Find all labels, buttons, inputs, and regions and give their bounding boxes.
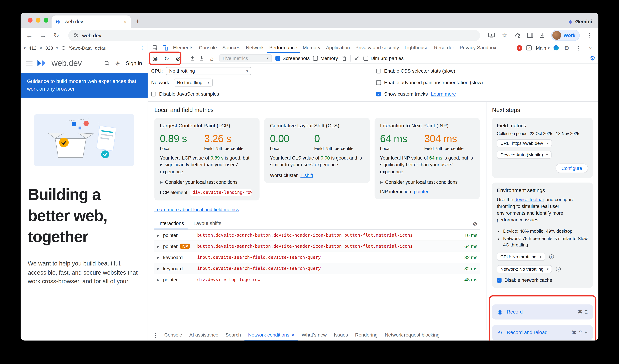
lcp-test-conditions-expander[interactable]: ▶ Consider your local test conditions bbox=[160, 179, 254, 185]
context-select[interactable]: Main▾ bbox=[536, 45, 549, 51]
memory-checkbox-row[interactable]: Memory bbox=[313, 56, 338, 61]
emulation-menu-icon[interactable]: ⋮ bbox=[140, 45, 144, 51]
tab-privacy-sandbox[interactable]: Privacy Sandbox bbox=[457, 43, 499, 53]
tab-memory[interactable]: Memory bbox=[300, 43, 323, 53]
interaction-row[interactable]: ▶ pointer div.devsite-top-logo-row 48 ms bbox=[154, 274, 480, 285]
devtools-settings-gear-icon[interactable]: ⚙ bbox=[563, 45, 571, 51]
tab-close-icon[interactable]: × bbox=[124, 19, 127, 24]
interaction-row[interactable]: ▶ pointer INP button.devsite-search-butt… bbox=[154, 241, 480, 252]
record-icon[interactable]: ◉ bbox=[151, 55, 159, 61]
drawer-tab-issues[interactable]: Issues bbox=[330, 330, 352, 340]
profile-chip[interactable]: Work bbox=[551, 30, 580, 41]
zoom-select-icon[interactable]: ▾ bbox=[56, 46, 58, 50]
drawer-tab-close-icon[interactable]: × bbox=[292, 332, 295, 338]
screenshots-checkbox[interactable] bbox=[275, 56, 280, 61]
devtools-close-icon[interactable]: × bbox=[587, 45, 594, 51]
tab-network[interactable]: Network bbox=[243, 43, 267, 53]
bookmark-star-icon[interactable]: ☆ bbox=[501, 32, 509, 39]
forward-icon[interactable]: → bbox=[39, 32, 47, 39]
css-selector-stats-checkbox[interactable] bbox=[376, 69, 381, 73]
drawer-tab-console[interactable]: Console bbox=[161, 330, 186, 340]
inp-interaction-link[interactable]: pointer bbox=[414, 189, 428, 195]
learn-more-metrics-link[interactable]: Learn more about local and field metrics bbox=[154, 207, 239, 212]
screenshots-checkbox-row[interactable]: Screenshots bbox=[275, 56, 310, 61]
side-panel-icon[interactable] bbox=[527, 32, 534, 38]
drawer-menu-icon[interactable]: ⋮ bbox=[150, 330, 161, 340]
cpu-info-icon[interactable]: i bbox=[549, 255, 554, 259]
drawer-tab-network-conditions[interactable]: Network conditions× bbox=[244, 330, 298, 340]
live-metrics-home-icon[interactable]: ⌂ bbox=[208, 55, 216, 61]
browser-tab[interactable]: web.dev × bbox=[52, 15, 131, 28]
new-tab-button[interactable]: + bbox=[136, 17, 140, 25]
cls-worst-cluster-link[interactable]: 1 shift bbox=[300, 172, 313, 178]
row-expander-icon[interactable]: ▶ bbox=[157, 244, 163, 248]
device-toolbar-link[interactable]: device toolbar bbox=[514, 197, 544, 202]
webdev-logo-icon[interactable] bbox=[36, 59, 47, 67]
tab-sources[interactable]: Sources bbox=[220, 43, 243, 53]
search-icon[interactable] bbox=[104, 60, 110, 66]
tab-layout-shifts[interactable]: Layout shifts bbox=[190, 218, 225, 229]
advanced-paint-checkbox[interactable] bbox=[376, 80, 381, 85]
rotate-icon[interactable] bbox=[61, 45, 66, 50]
tab-privacy-security[interactable]: Privacy and security bbox=[352, 43, 402, 53]
drawer-tab-network-request-blocking[interactable]: Network request blocking bbox=[381, 330, 443, 340]
zoom-window-button[interactable] bbox=[44, 18, 49, 23]
tab-console[interactable]: Console bbox=[196, 43, 220, 53]
inp-test-conditions-expander[interactable]: ▶ Consider your local test conditions bbox=[380, 179, 474, 185]
env-network-select[interactable]: Network: No throttling▾ bbox=[497, 265, 552, 273]
clear-log-icon[interactable]: ⊘ bbox=[470, 221, 480, 227]
cpu-throttling-select[interactable]: No throttling▾ bbox=[166, 67, 252, 75]
minimize-window-button[interactable] bbox=[36, 18, 41, 23]
drawer-tab-whats-new[interactable]: What's new bbox=[298, 330, 330, 340]
record-and-reload-button[interactable]: ↻ Record and reload ⌘ ⇧ E bbox=[492, 325, 593, 340]
disable-js-samples-checkbox[interactable] bbox=[151, 92, 156, 97]
network-info-icon[interactable]: i bbox=[556, 267, 561, 272]
install-icon[interactable] bbox=[488, 32, 495, 38]
field-url-select[interactable]: URL: https://web.dev/▾ bbox=[497, 139, 552, 147]
collect-garbage-icon[interactable] bbox=[342, 56, 347, 61]
custom-tracks-checkbox[interactable] bbox=[376, 92, 381, 97]
tab-lighthouse[interactable]: Lighthouse bbox=[402, 43, 431, 53]
site-logo-text[interactable]: web.dev bbox=[52, 58, 82, 68]
row-expander-icon[interactable]: ▶ bbox=[157, 266, 163, 270]
device-toolbar-toggle-icon[interactable] bbox=[160, 43, 170, 53]
dim-3rd-parties-checkbox[interactable] bbox=[363, 56, 368, 61]
gemini-status-icon[interactable] bbox=[553, 45, 559, 50]
tune-sliders-icon[interactable] bbox=[354, 56, 360, 61]
row-expander-icon[interactable]: ▶ bbox=[157, 255, 163, 259]
omnibox[interactable]: web.dev bbox=[68, 29, 480, 41]
clear-icon[interactable]: ⊘ bbox=[174, 55, 182, 61]
download-profile-icon[interactable] bbox=[199, 56, 204, 61]
tab-elements[interactable]: Elements bbox=[170, 43, 196, 53]
viewport-width[interactable]: 412 bbox=[29, 45, 36, 50]
save-data-select[interactable]: 'Save-Data': defau bbox=[69, 45, 106, 50]
issues-count-badge[interactable]: 2 bbox=[526, 45, 532, 50]
network-throttling-select[interactable]: No throttling▾ bbox=[174, 79, 212, 87]
drawer-tab-search[interactable]: Search bbox=[222, 330, 244, 340]
dim-3rd-parties-checkbox-row[interactable]: Dim 3rd parties bbox=[363, 56, 404, 61]
disable-network-cache-checkbox[interactable] bbox=[497, 278, 502, 283]
inspect-element-icon[interactable] bbox=[150, 43, 160, 53]
downloads-icon[interactable] bbox=[539, 32, 545, 38]
env-cpu-select[interactable]: CPU: No throttling▾ bbox=[497, 253, 545, 261]
reload-icon[interactable]: ↻ bbox=[52, 32, 60, 39]
close-window-button[interactable] bbox=[28, 18, 33, 23]
tab-interactions[interactable]: Interactions bbox=[154, 218, 188, 229]
back-icon[interactable]: ← bbox=[25, 32, 33, 39]
device-select-icon[interactable]: ▾ bbox=[24, 46, 26, 50]
custom-tracks-learn-more-link[interactable]: Learn more bbox=[431, 91, 456, 97]
theme-toggle-icon[interactable]: ☀ bbox=[114, 60, 122, 66]
site-settings-icon[interactable] bbox=[73, 32, 79, 38]
upload-profile-icon[interactable] bbox=[190, 56, 195, 61]
tab-recorder[interactable]: Recorder bbox=[431, 43, 457, 53]
interaction-row[interactable]: ▶ keyboard input.devsite-search-field.de… bbox=[154, 263, 480, 274]
disable-cache-row[interactable]: Disable network cache bbox=[497, 278, 588, 283]
error-count-badge[interactable]: 1 bbox=[517, 45, 522, 51]
gemini-chip[interactable]: Gemini bbox=[568, 19, 592, 25]
record-button[interactable]: ◉ Record ⌘ E bbox=[492, 305, 593, 320]
lcp-element-chip[interactable]: div.devsite-landing-row-ite… bbox=[190, 189, 252, 196]
field-device-select[interactable]: Device: Auto (Mobile)▾ bbox=[497, 151, 552, 159]
sign-in-link[interactable]: Sign in bbox=[126, 60, 142, 66]
interaction-row[interactable]: ▶ pointer button.devsite-search-button.d… bbox=[154, 230, 480, 241]
devtools-menu-icon[interactable]: ⋮ bbox=[575, 45, 583, 51]
